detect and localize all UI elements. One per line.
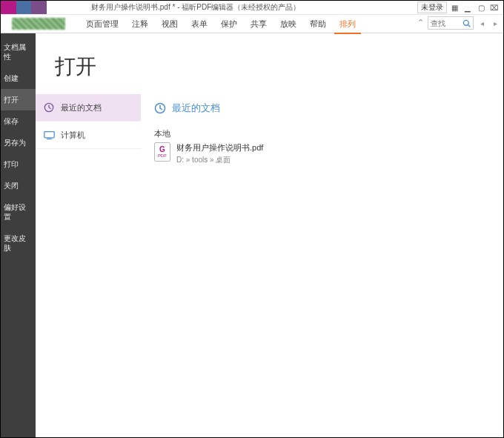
detail-header-label: 最近的文档 (172, 102, 220, 115)
detail-header: 最近的文档 (154, 102, 503, 115)
source-recent[interactable]: 最近的文档 (36, 94, 141, 122)
main-panel: 打开 最近的文档 计算机 (36, 33, 503, 437)
sidebar: 文档属性 创建 打开 保存 另存为 打印 关闭 偏好设置 更改皮肤 (1, 33, 36, 437)
source-computer-label: 计算机 (61, 130, 85, 141)
close-window-button[interactable]: ⌧ (488, 2, 500, 13)
app-icon (1, 1, 47, 14)
body: 文档属性 创建 打开 保存 另存为 打印 关闭 偏好设置 更改皮肤 打开 最近的… (1, 33, 503, 437)
menu-page-manage[interactable]: 页面管理 (81, 15, 124, 33)
file-text: 财务用户操作说明书.pdf D: » tools » 桌面 (176, 142, 263, 165)
ribbon-tools: ⌃ ◂ ▸ (417, 16, 500, 30)
sidebar-item-preferences[interactable]: 偏好设置 (1, 196, 36, 228)
sidebar-item-open[interactable]: 打开 (1, 89, 36, 110)
source-recent-label: 最近的文档 (61, 102, 102, 113)
sidebar-item-save-as[interactable]: 另存为 (1, 132, 36, 153)
menu-slideshow[interactable]: 放映 (275, 15, 302, 33)
minimize-button[interactable]: ▁ (462, 2, 474, 13)
open-content: 最近的文档 计算机 最近的文档 (36, 94, 503, 165)
menu-arrange[interactable]: 排列 (334, 15, 361, 34)
brand-logo (1, 15, 76, 33)
layout-icon[interactable]: ▦ (448, 2, 460, 13)
menu-share[interactable]: 共享 (245, 15, 272, 33)
sidebar-item-doc-props[interactable]: 文档属性 (1, 36, 36, 67)
menu-bar: 页面管理 注释 视图 表单 保护 共享 放映 帮助 排列 ⌃ ◂ ▸ (1, 15, 503, 33)
prev-result-icon[interactable]: ◂ (477, 18, 487, 28)
clock-icon (154, 102, 166, 114)
window-controls: 未登录 ▦ ▁ ▢ ⌧ (417, 1, 500, 13)
title-bar: 财务用户操作说明书.pdf * - 福昕PDF编辑器（未经授权的产品） 未登录 … (1, 1, 503, 15)
sidebar-item-save[interactable]: 保存 (1, 110, 36, 132)
section-local-label: 本地 (154, 128, 503, 139)
app-window: 财务用户操作说明书.pdf * - 福昕PDF编辑器（未经授权的产品） 未登录 … (0, 0, 504, 438)
computer-icon (43, 129, 55, 141)
sidebar-item-create[interactable]: 创建 (1, 67, 36, 89)
search-input[interactable] (428, 18, 460, 28)
recent-file-item[interactable]: GPDF 财务用户操作说明书.pdf D: » tools » 桌面 (154, 142, 503, 165)
sidebar-item-close[interactable]: 关闭 (1, 175, 36, 196)
login-button[interactable]: 未登录 (417, 1, 447, 13)
chevron-up-icon[interactable]: ⌃ (417, 18, 425, 28)
source-computer[interactable]: 计算机 (36, 122, 141, 149)
pdf-file-icon: GPDF (154, 142, 170, 162)
detail-column: 最近的文档 本地 GPDF 财务用户操作说明书.pdf D: » tools »… (141, 94, 503, 165)
svg-line-1 (468, 24, 470, 27)
file-name: 财务用户操作说明书.pdf (176, 142, 263, 153)
menu-help[interactable]: 帮助 (305, 15, 331, 33)
sidebar-item-print[interactable]: 打印 (1, 153, 36, 175)
menu-form[interactable]: 表单 (186, 15, 213, 33)
search-box (428, 16, 474, 30)
maximize-button[interactable]: ▢ (475, 2, 487, 13)
svg-rect-3 (44, 131, 53, 137)
menu-tabs: 页面管理 注释 视图 表单 保护 共享 放映 帮助 排列 (81, 15, 361, 33)
clock-icon (43, 102, 55, 113)
sidebar-item-skin[interactable]: 更改皮肤 (1, 228, 36, 259)
source-list: 最近的文档 计算机 (36, 94, 141, 149)
menu-protect[interactable]: 保护 (216, 15, 242, 33)
next-result-icon[interactable]: ▸ (490, 18, 500, 28)
menu-view[interactable]: 视图 (156, 15, 183, 33)
page-title: 打开 (55, 53, 503, 81)
menu-annotate[interactable]: 注释 (127, 15, 153, 33)
window-title: 财务用户操作说明书.pdf * - 福昕PDF编辑器（未经授权的产品） (91, 2, 300, 13)
svg-point-0 (463, 20, 468, 25)
search-icon[interactable] (460, 17, 473, 29)
file-path: D: » tools » 桌面 (176, 155, 263, 165)
